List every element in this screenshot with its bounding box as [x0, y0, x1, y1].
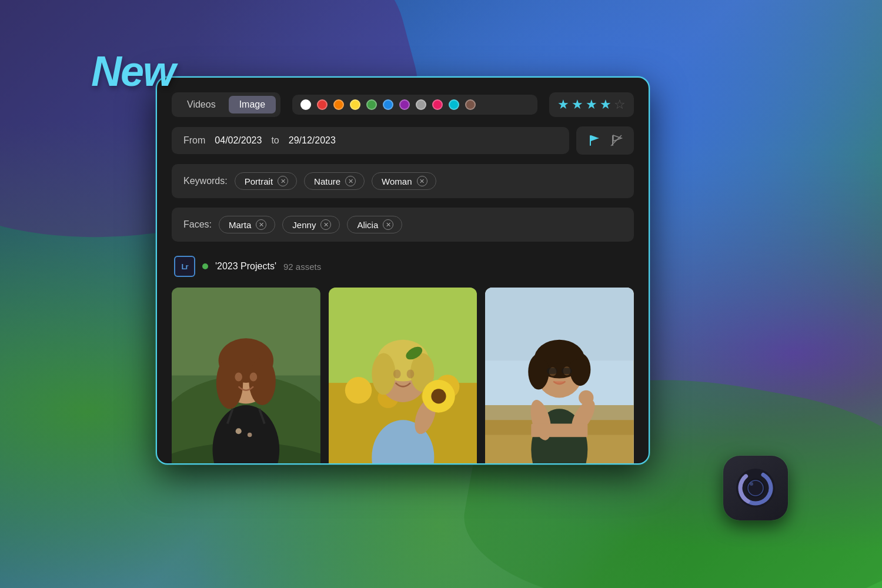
remove-portrait-tag[interactable]: ✕ — [278, 176, 288, 186]
color-dot-orange[interactable] — [333, 99, 344, 110]
faces-label: Faces: — [183, 219, 212, 230]
app-icon[interactable] — [723, 456, 788, 520]
from-label: From — [183, 135, 205, 146]
image-button[interactable]: Image — [229, 96, 276, 113]
star-1[interactable]: ★ — [557, 97, 569, 112]
color-dot-pink[interactable] — [432, 99, 443, 110]
no-flag-icon[interactable] — [608, 132, 624, 149]
svg-point-33 — [406, 369, 414, 378]
date-filter: From 04/02/2023 to 29/12/2023 — [172, 127, 569, 154]
type-filter: Videos Image — [172, 92, 280, 117]
collection-header: Lr '2023 Projects' 92 assets — [172, 256, 634, 277]
svg-point-42 — [579, 390, 594, 405]
photo-grid — [172, 288, 634, 465]
collection-count: 92 assets — [283, 262, 321, 272]
svg-point-20 — [345, 377, 371, 403]
face-tag-jenny[interactable]: Jenny ✕ — [282, 216, 340, 233]
svg-point-12 — [235, 372, 242, 381]
svg-point-16 — [236, 428, 242, 434]
flag-filter — [576, 126, 634, 155]
svg-point-31 — [431, 389, 446, 403]
remove-marta-tag[interactable]: ✕ — [256, 219, 266, 230]
svg-point-32 — [393, 369, 401, 378]
lightroom-icon: Lr — [174, 256, 195, 277]
remove-alicia-tag[interactable]: ✕ — [383, 219, 393, 230]
svg-point-13 — [250, 372, 258, 381]
color-dot-yellow[interactable] — [350, 99, 360, 110]
svg-rect-0 — [590, 135, 591, 146]
color-dot-cyan[interactable] — [449, 99, 459, 110]
color-dot-green[interactable] — [366, 99, 377, 110]
new-badge: New — [91, 47, 175, 95]
active-indicator — [202, 263, 208, 269]
photo-2[interactable] — [329, 288, 477, 465]
keywords-row: Keywords: Portrait ✕ Nature ✕ Woman ✕ — [172, 164, 634, 198]
star-rating[interactable]: ★ ★ ★ ★ ☆ — [549, 92, 634, 117]
faces-row: Faces: Marta ✕ Jenny ✕ Alicia ✕ — [172, 208, 634, 242]
svg-point-28 — [372, 353, 395, 395]
videos-button[interactable]: Videos — [176, 96, 226, 113]
remove-woman-tag[interactable]: ✕ — [417, 176, 427, 186]
svg-rect-51 — [562, 368, 572, 374]
star-4[interactable]: ★ — [600, 97, 612, 112]
filter-row-1: Videos Image ★ ★ ★ ★ ☆ — [172, 92, 634, 117]
star-2[interactable]: ★ — [572, 97, 583, 112]
remove-jenny-tag[interactable]: ✕ — [320, 219, 331, 230]
from-date[interactable]: 04/02/2023 — [215, 135, 262, 146]
collection-name[interactable]: '2023 Projects' — [215, 261, 276, 272]
to-date[interactable]: 29/12/2023 — [289, 135, 336, 146]
star-3[interactable]: ★ — [586, 97, 597, 112]
svg-point-11 — [249, 358, 275, 405]
color-dot-blue[interactable] — [383, 99, 393, 110]
date-row: From 04/02/2023 to 29/12/2023 — [172, 126, 634, 155]
face-tag-marta[interactable]: Marta ✕ — [219, 216, 275, 233]
svg-rect-50 — [547, 368, 557, 374]
keyword-tag-portrait[interactable]: Portrait ✕ — [235, 172, 297, 190]
flag-icon[interactable] — [586, 132, 602, 149]
color-dot-white[interactable] — [300, 99, 311, 110]
svg-rect-52 — [532, 424, 588, 437]
keyword-tag-woman[interactable]: Woman ✕ — [372, 172, 436, 190]
color-dot-purple[interactable] — [399, 99, 410, 110]
svg-point-10 — [216, 357, 243, 409]
keyword-tag-nature[interactable]: Nature ✕ — [304, 172, 365, 190]
to-label: to — [271, 135, 279, 146]
photo-3[interactable] — [485, 288, 634, 465]
color-dot-gray[interactable] — [416, 99, 426, 110]
app-window: Videos Image ★ ★ ★ ★ ☆ From 04/ — [156, 76, 650, 465]
keywords-label: Keywords: — [183, 176, 228, 186]
face-tag-alicia[interactable]: Alicia ✕ — [347, 216, 402, 233]
photo-1[interactable] — [172, 288, 320, 465]
remove-nature-tag[interactable]: ✕ — [345, 176, 356, 186]
svg-point-58 — [750, 482, 753, 486]
color-filter — [292, 95, 537, 115]
svg-point-17 — [248, 433, 252, 437]
color-dot-brown[interactable] — [465, 99, 476, 110]
svg-point-47 — [537, 343, 582, 363]
star-5[interactable]: ☆ — [614, 97, 626, 112]
app-icon-inner — [735, 467, 776, 509]
color-dot-red[interactable] — [317, 99, 328, 110]
